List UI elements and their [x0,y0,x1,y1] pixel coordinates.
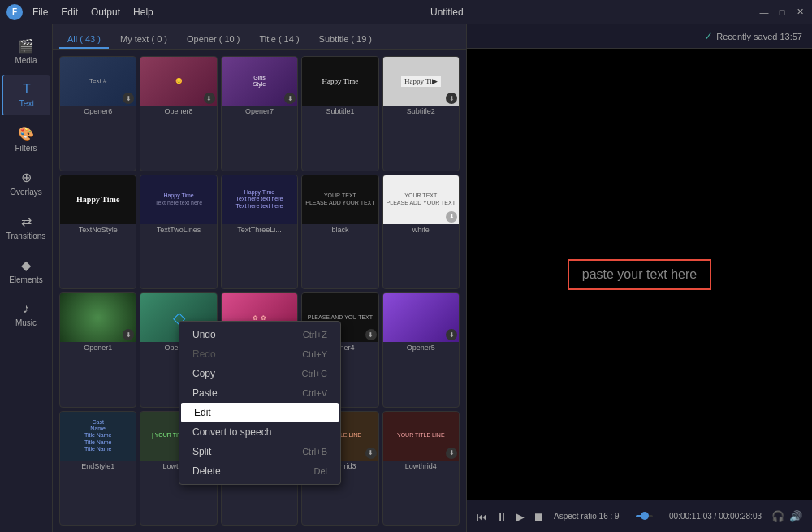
template-lowthrid4[interactable]: YOUR TITLE LINE ⬇ Lowthrid4 [382,411,460,526]
skip-back-button[interactable]: ⏮ [477,510,488,523]
tabs-bar: All ( 43 ) My text ( 0 ) Opener ( 10 ) T… [53,24,466,50]
template-opener5[interactable]: ⬇ Opener5 [382,292,460,408]
aspect-ratio-label: Aspect ratio 16 : 9 [554,512,620,521]
sidebar-item-media[interactable]: 🎬 Media [2,31,50,71]
ctx-redo-shortcut: Ctrl+Y [302,349,327,359]
menu-help[interactable]: Help [133,6,153,18]
preview-area: paste your text here [467,49,812,500]
ctx-paste-shortcut: Ctrl+V [302,388,327,398]
tab-title[interactable]: Title ( 14 ) [251,31,307,49]
filters-icon: 🎨 [18,126,34,141]
ctx-split-label: Split [192,446,211,457]
ctx-split[interactable]: Split Ctrl+B [179,442,340,461]
template-label: white [383,224,459,236]
template-opener1[interactable]: ⬇ Opener1 [59,292,136,408]
sidebar-label-transitions: Transitions [6,231,46,240]
ctx-copy-shortcut: Ctrl+C [302,369,327,378]
ctx-delete-shortcut: Del [313,466,327,476]
menu-file[interactable]: File [32,6,48,18]
ctx-undo-label: Undo [192,329,216,340]
sidebar-item-music[interactable]: ♪ Music [2,294,50,335]
ctx-paste-label: Paste [192,387,218,399]
template-label: Opener7 [222,106,297,117]
ctx-split-shortcut: Ctrl+B [302,447,327,456]
menu-output[interactable]: Output [91,6,120,18]
template-white[interactable]: YOUR TEXTPLEASE ADD YOUR TEXT ⬇ white [382,175,460,290]
ctx-undo-shortcut: Ctrl+Z [303,330,327,340]
template-textnos[interactable]: Happy Time TextNoStyle [59,175,136,290]
play-button[interactable]: ▶ [516,510,525,523]
close-icon[interactable]: ✕ [794,6,806,18]
main-layout: 🎬 Media T Text 🎨 Filters ⊕ Overlays ⇄ Tr… [0,24,812,532]
sidebar-item-elements[interactable]: ◆ Elements [2,250,50,291]
progress-handle[interactable] [641,512,649,520]
template-endstyle1[interactable]: CastNameTitle NameTitle NameTitle Name E… [59,411,136,526]
ctx-copy-label: Copy [192,368,215,379]
window-controls: ⋯ — □ ✕ [741,6,806,18]
template-label: Opener6 [60,106,136,117]
app-logo: F [6,4,23,20]
sidebar-item-overlays[interactable]: ⊕ Overlays [2,162,50,203]
checkmark-icon: ✓ [704,30,713,42]
download-badge: ⬇ [365,329,377,340]
minimize-icon[interactable]: — [758,6,770,18]
tab-mytext[interactable]: My text ( 0 ) [112,31,175,49]
download-badge: ⬇ [204,93,215,104]
template-black[interactable]: YOUR TEXTPLEASE ADD YOUR TEXT black [301,175,378,290]
template-opener8[interactable]: 😊 ⬇ Opener8 [140,56,217,171]
ctx-convert-label: Convert to speech [192,426,271,438]
template-label: TextThreeLi... [222,224,297,236]
download-badge: ⬇ [365,448,377,459]
ctx-redo[interactable]: Redo Ctrl+Y [179,344,340,364]
template-subtitle2[interactable]: Happy Ti▶ ⬇ Subtitle2 [382,56,460,171]
ctx-undo[interactable]: Undo Ctrl+Z [179,325,340,344]
sidebar-label-music: Music [15,318,37,327]
context-menu: Undo Ctrl+Z Redo Ctrl+Y Copy Ctrl+C Past… [179,321,341,485]
media-icon: 🎬 [18,38,34,54]
template-opener6[interactable]: Text # ⬇ Opener6 [59,56,136,171]
more-icon[interactable]: ⋯ [741,6,752,18]
ctx-paste[interactable]: Paste Ctrl+V [179,383,340,403]
template-textthree[interactable]: Happy TimeText here text hereText here t… [221,175,298,290]
menu-edit[interactable]: Edit [61,6,78,18]
ctx-delete-label: Delete [192,465,221,477]
sidebar-item-text[interactable]: T Text [2,75,50,115]
progress-bar[interactable] [636,515,653,517]
template-opener7[interactable]: GirlsStyle ⬇ Opener7 [221,56,298,171]
text-icon: T [23,82,31,97]
volume-controls: 🎧 🔊 [771,510,802,522]
time-total: 00:00:28:03 [719,512,762,521]
sidebar-item-filters[interactable]: 🎨 Filters [2,119,50,159]
download-badge: ⬇ [284,93,296,104]
template-label: Subtitle2 [383,106,459,117]
ctx-convert[interactable]: Convert to speech [179,422,340,442]
saved-status: Recently saved 13:57 [716,32,802,41]
download-badge: ⬇ [446,448,457,459]
sidebar-label-elements: Elements [9,275,43,284]
template-label: EndStyle1 [60,461,136,472]
template-label: Opener5 [383,342,459,353]
tab-all[interactable]: All ( 43 ) [59,31,109,49]
ctx-copy[interactable]: Copy Ctrl+C [179,364,340,383]
speaker-icon[interactable]: 🔊 [789,510,802,522]
time-current: 00:00:11:03 [669,512,712,521]
template-subtitle1[interactable]: Happy Time Subtitle1 [301,56,378,171]
headphones-icon[interactable]: 🎧 [771,510,784,522]
template-label: black [302,224,378,236]
template-label: TextTwoLines [140,224,216,236]
elements-icon: ◆ [21,257,31,273]
preview-top-bar: ✓ Recently saved 13:57 [467,24,812,49]
menu-bar: File Edit Output Help [32,6,153,18]
ctx-delete[interactable]: Delete Del [179,461,340,481]
tab-subtitle[interactable]: Subtitle ( 19 ) [311,31,380,49]
pause-button[interactable]: ⏸ [496,510,508,523]
template-label: TextNoStyle [60,224,136,236]
tab-opener[interactable]: Opener ( 10 ) [179,31,248,49]
maximize-icon[interactable]: □ [776,6,788,18]
download-badge: ⬇ [446,329,457,340]
template-texttwo[interactable]: Happy TimeText here text here TextTwoLin… [140,175,217,290]
ctx-edit[interactable]: Edit [181,403,339,422]
sidebar-item-transitions[interactable]: ⇄ Transitions [2,206,50,247]
template-label: Opener1 [60,342,136,353]
stop-button[interactable]: ⏹ [533,510,544,523]
